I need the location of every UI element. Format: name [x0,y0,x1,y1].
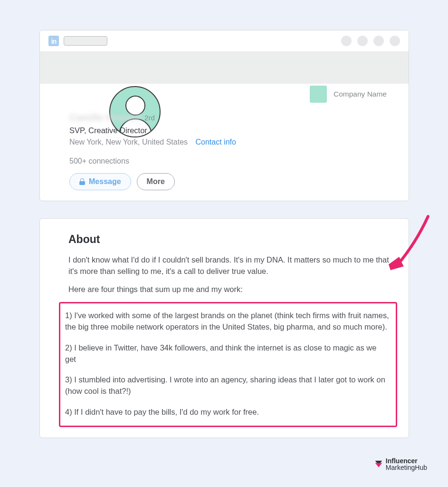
watermark-line-2: MarketingHub [386,464,427,471]
company-name-label: Company Name [334,90,387,98]
nav-placeholder-icon[interactable] [341,36,352,46]
more-button-label: More [147,177,165,186]
watermark-line-1: Influencer [386,458,427,464]
nav-icon-group [341,36,400,46]
svg-marker-3 [375,463,382,467]
about-content: I don't know what I'd do if I couldn't s… [68,254,400,427]
search-input[interactable] [64,36,107,46]
about-point-1: 1) I've worked with some of the largest … [65,310,389,333]
linkedin-logo-icon[interactable]: in [48,36,59,46]
nav-placeholder-icon[interactable] [390,36,400,46]
annotation-highlight-box: 1) I've worked with some of the largest … [59,302,397,427]
connection-degree: 2rd [144,114,155,122]
about-point-2: 2) I believe in Twitter, have 34k follow… [65,342,389,365]
company-block[interactable]: Company Name [310,86,387,103]
watermark: Influencer MarketingHub [373,458,427,471]
message-button[interactable]: Message [69,173,131,190]
about-card: About I don't know what I'd do if I coul… [39,218,409,438]
action-button-row: Message More [69,173,395,190]
profile-headline: SVP, Creative Director [69,126,395,135]
about-heading: About [68,233,400,246]
profile-card: in Camille Howard 2rd SVP, Creative Dire… [39,30,409,201]
watermark-text: Influencer MarketingHub [386,458,427,471]
contact-info-link[interactable]: Contact info [195,138,236,146]
more-button[interactable]: More [137,173,175,190]
connections-count[interactable]: 500+ connections [69,157,395,166]
about-point-3: 3) I stumbled into advertising. I wrote … [65,374,389,397]
name-row: Camille Howard 2rd [69,112,395,123]
watermark-arrow-icon [373,459,384,469]
about-point-4: 4) If I didn't have to pay the bills, I'… [65,407,389,418]
company-logo-icon [310,86,327,103]
about-intro-2: Here are four things that sum up me and … [68,284,400,295]
nav-placeholder-icon[interactable] [373,36,384,46]
top-nav-bar: in [40,30,409,51]
lock-icon [79,178,85,185]
profile-body: Camille Howard 2rd SVP, Creative Directo… [40,84,409,201]
location-row: New York, New York, United States Contac… [69,138,395,146]
cover-banner [40,51,409,84]
nav-placeholder-icon[interactable] [357,36,368,46]
profile-location: New York, New York, United States [69,138,188,146]
message-button-label: Message [89,177,121,186]
profile-name-blurred: Camille Howard [69,112,141,123]
about-intro-1: I don't know what I'd do if I couldn't s… [68,254,400,277]
